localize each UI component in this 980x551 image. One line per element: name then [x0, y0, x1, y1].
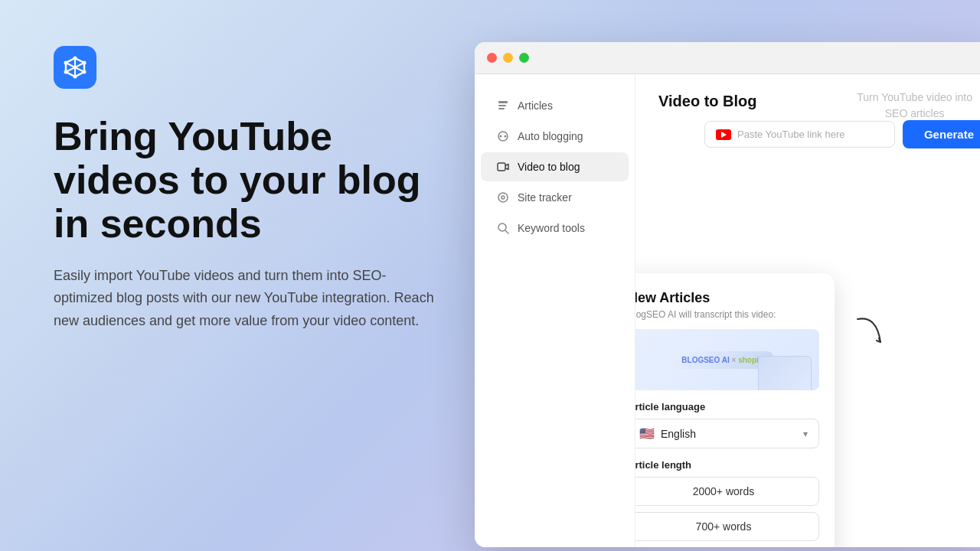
new-articles-card: New Articles BlogSEO AI will transcript … — [635, 273, 835, 547]
svg-rect-7 — [498, 105, 506, 106]
sidebar-item-articles[interactable]: Articles — [481, 91, 629, 120]
chevron-down-icon: ▾ — [803, 429, 808, 439]
sidebar-item-auto-blogging-label: Auto blogging — [518, 130, 583, 142]
subtitle-text: Turn YouTube video into SEO articles — [857, 90, 972, 122]
youtube-icon — [716, 129, 731, 140]
traffic-light-yellow[interactable] — [503, 53, 513, 63]
lang-left: 🇺🇸 English — [639, 426, 696, 441]
sidebar-item-video-to-blog[interactable]: Video to blog — [481, 152, 629, 181]
language-select[interactable]: 🇺🇸 English ▾ — [635, 419, 819, 448]
thumb-screenshot — [758, 356, 812, 390]
svg-point-2 — [83, 70, 87, 74]
traffic-light-green[interactable] — [519, 53, 529, 63]
svg-point-5 — [64, 61, 68, 65]
site-tracker-icon — [496, 191, 510, 204]
video-thumbnail: BLOGSEO AI × shopify — [635, 329, 819, 390]
svg-point-0 — [74, 57, 77, 60]
card-title: New Articles — [635, 290, 819, 306]
svg-point-10 — [500, 135, 502, 138]
browser-titlebar — [475, 42, 980, 74]
subtext: Easily import YouTube videos and turn th… — [54, 265, 444, 333]
svg-point-4 — [64, 70, 68, 74]
svg-point-14 — [501, 196, 505, 199]
svg-point-1 — [83, 61, 87, 65]
auto-blogging-icon — [496, 129, 510, 143]
sidebar-item-keyword-tools-label: Keyword tools — [518, 222, 585, 234]
article-length-label: Article length — [635, 459, 819, 471]
article-language-label: Article language — [635, 401, 819, 412]
generate-button[interactable]: Generate — [903, 120, 980, 148]
yt-placeholder: Paste YouTube link here — [737, 129, 844, 140]
sidebar-item-articles-label: Articles — [518, 99, 553, 112]
svg-line-16 — [505, 230, 508, 233]
flag-emoji: 🇺🇸 — [639, 426, 655, 441]
sidebar-item-keyword-tools[interactable]: Keyword tools — [481, 214, 629, 243]
traffic-light-red[interactable] — [487, 53, 497, 63]
svg-rect-6 — [498, 101, 508, 103]
sidebar-item-site-tracker-label: Site tracker — [518, 191, 572, 204]
svg-rect-8 — [498, 108, 505, 109]
main-area: Video to Blog Turn YouTube video into SE… — [635, 74, 980, 547]
video-to-blog-icon — [496, 160, 510, 174]
language-value: English — [661, 428, 696, 440]
browser-window: Articles Auto blogging — [475, 42, 980, 547]
length-btn-700[interactable]: 700+ words — [635, 512, 819, 541]
sidebar-item-site-tracker[interactable]: Site tracker — [481, 183, 629, 212]
yt-input-container[interactable]: Paste YouTube link here — [704, 121, 895, 148]
keyword-tools-icon — [496, 221, 510, 235]
svg-point-3 — [74, 75, 77, 79]
sidebar-item-auto-blogging[interactable]: Auto blogging — [481, 122, 629, 151]
svg-point-11 — [505, 135, 507, 138]
svg-point-13 — [498, 193, 508, 202]
app-logo — [54, 46, 96, 89]
sidebar-item-video-to-blog-label: Video to blog — [518, 161, 580, 173]
svg-rect-12 — [498, 163, 505, 171]
arrow-decoration — [850, 311, 896, 357]
subtitle-line2: SEO articles — [885, 107, 945, 119]
app-content: Articles Auto blogging — [475, 74, 980, 547]
headline: Bring YouTube videos to your blog in sec… — [54, 115, 444, 246]
left-panel: Bring YouTube videos to your blog in sec… — [0, 0, 498, 551]
sidebar: Articles Auto blogging — [475, 74, 635, 547]
subtitle-line1: Turn YouTube video into — [857, 91, 972, 103]
length-btn-2000[interactable]: 2000+ words — [635, 477, 819, 506]
articles-icon — [496, 99, 510, 112]
card-subtitle: BlogSEO AI will transcript this video: — [635, 309, 819, 320]
